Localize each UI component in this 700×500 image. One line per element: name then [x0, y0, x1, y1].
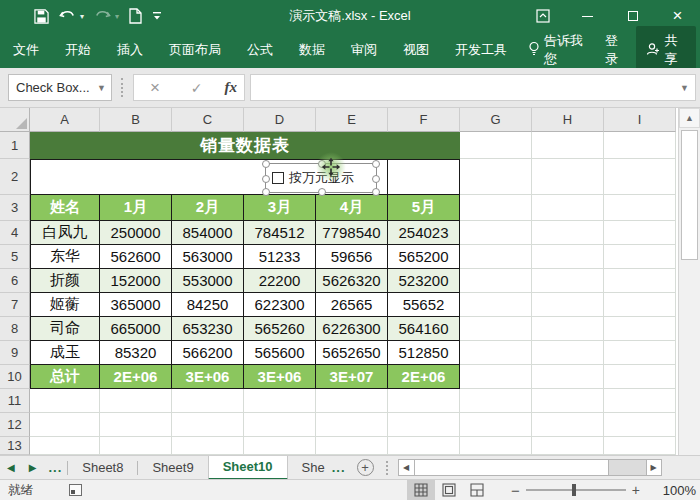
redo-dropdown-icon[interactable]: ▾	[115, 12, 119, 21]
cell[interactable]	[604, 221, 676, 245]
cell[interactable]	[532, 317, 604, 341]
select-all-corner[interactable]	[0, 108, 30, 132]
row-header-5[interactable]: 5	[0, 245, 30, 269]
row-header-13[interactable]: 13	[0, 437, 30, 455]
sheet-overflow-left[interactable]: ...	[43, 460, 67, 475]
zoom-out-icon[interactable]: −	[505, 482, 526, 499]
sign-in-button[interactable]: 登录	[597, 32, 636, 68]
table-cell[interactable]: 6226300	[316, 317, 388, 341]
ribbon-tab-file[interactable]: 文件	[0, 32, 52, 68]
sheet-tab-She[interactable]: She	[288, 456, 327, 480]
cell[interactable]	[460, 293, 532, 317]
sheet-tab-Sheet10[interactable]: Sheet10	[208, 456, 288, 480]
cell[interactable]	[172, 413, 244, 437]
cell[interactable]	[604, 159, 676, 195]
name-box-dropdown-icon[interactable]: ▼	[97, 83, 111, 93]
cell[interactable]	[172, 389, 244, 413]
cell[interactable]	[460, 269, 532, 293]
cell[interactable]	[460, 437, 532, 455]
cell[interactable]	[604, 365, 676, 389]
row-header-6[interactable]: 6	[0, 269, 30, 293]
zoom-in-icon[interactable]: +	[626, 482, 646, 498]
table-cell[interactable]: 85320	[100, 341, 172, 365]
cell[interactable]	[532, 245, 604, 269]
table-cell[interactable]: 523200	[388, 269, 460, 293]
selection-handle[interactable]	[262, 160, 270, 168]
ribbon-tab-insert[interactable]: 插入	[104, 32, 156, 68]
row-header-4[interactable]: 4	[0, 221, 30, 245]
cell[interactable]	[100, 437, 172, 455]
cell[interactable]	[604, 132, 676, 159]
zoom-level[interactable]: 100%	[654, 483, 696, 498]
selection-handle[interactable]	[372, 175, 380, 183]
column-header-B[interactable]: B	[100, 108, 172, 132]
tell-me-button[interactable]: 告诉我您	[520, 32, 597, 68]
row-header-7[interactable]: 7	[0, 293, 30, 317]
cell[interactable]	[532, 293, 604, 317]
cell[interactable]	[30, 437, 100, 455]
table-cell[interactable]: 成玉	[30, 341, 100, 365]
cell[interactable]	[388, 389, 460, 413]
table-cell[interactable]: 姬蘅	[30, 293, 100, 317]
page-break-view-icon[interactable]	[463, 480, 491, 500]
name-box[interactable]: Check Box... ▼	[8, 74, 112, 101]
ribbon-tab-developer[interactable]: 开发工具	[442, 32, 520, 68]
cell[interactable]	[172, 437, 244, 455]
table-cell[interactable]: 784512	[244, 221, 316, 245]
table-cell[interactable]: 5652650	[316, 341, 388, 365]
cell[interactable]	[244, 413, 316, 437]
column-header-D[interactable]: D	[244, 108, 316, 132]
column-header-A[interactable]: A	[30, 108, 100, 132]
row-header-2[interactable]: 2	[0, 159, 30, 195]
cell[interactable]	[460, 365, 532, 389]
table-cell[interactable]: 512850	[388, 341, 460, 365]
undo-dropdown-icon[interactable]: ▾	[80, 12, 84, 21]
table-cell[interactable]: 5626320	[316, 269, 388, 293]
row-header-10[interactable]: 10	[0, 365, 30, 389]
expand-formula-bar-icon[interactable]: ▼	[680, 83, 695, 93]
form-control-checkbox[interactable]: 按万元显示	[265, 163, 377, 193]
table-cell[interactable]: 250000	[100, 221, 172, 245]
prev-sheet-icon[interactable]: ◀	[0, 462, 22, 473]
normal-view-icon[interactable]	[407, 480, 435, 500]
ribbon-tab-home[interactable]: 开始	[52, 32, 104, 68]
ribbon-tab-formulas[interactable]: 公式	[234, 32, 286, 68]
ribbon-tab-page-layout[interactable]: 页面布局	[156, 32, 234, 68]
cell[interactable]	[316, 389, 388, 413]
table-cell[interactable]: 653230	[172, 317, 244, 341]
insert-function-icon[interactable]: fx	[225, 79, 238, 96]
table-cell[interactable]: 562600	[100, 245, 172, 269]
save-icon[interactable]	[34, 9, 49, 24]
cell[interactable]	[460, 221, 532, 245]
cell[interactable]	[460, 317, 532, 341]
cell[interactable]	[532, 132, 604, 159]
column-header-F[interactable]: F	[388, 108, 460, 132]
macro-record-icon[interactable]	[69, 484, 82, 496]
undo-icon[interactable]	[59, 9, 76, 23]
selection-handle[interactable]	[262, 175, 270, 183]
cell[interactable]	[30, 389, 100, 413]
new-sheet-icon[interactable]: +	[357, 459, 374, 476]
cancel-icon[interactable]: ×	[141, 78, 169, 98]
column-header-I[interactable]: I	[604, 108, 676, 132]
table-cell[interactable]: 553000	[172, 269, 244, 293]
table-cell[interactable]: 622300	[244, 293, 316, 317]
row-header-9[interactable]: 9	[0, 341, 30, 365]
cell[interactable]	[532, 195, 604, 221]
table-cell[interactable]: 51233	[244, 245, 316, 269]
cell[interactable]	[532, 437, 604, 455]
cell[interactable]	[604, 389, 676, 413]
table-cell[interactable]: 563000	[172, 245, 244, 269]
sheet-tab-Sheet9[interactable]: Sheet9	[138, 456, 207, 480]
cell[interactable]	[604, 341, 676, 365]
cell[interactable]	[460, 195, 532, 221]
cell[interactable]	[532, 389, 604, 413]
cell[interactable]	[388, 413, 460, 437]
table-cell[interactable]: 565260	[244, 317, 316, 341]
horizontal-scroll-thumb[interactable]	[414, 460, 609, 475]
cell[interactable]	[460, 341, 532, 365]
cell[interactable]	[460, 245, 532, 269]
row-header-1[interactable]: 1	[0, 132, 30, 159]
table-cell[interactable]: 665000	[100, 317, 172, 341]
zoom-slider[interactable]	[526, 489, 626, 491]
